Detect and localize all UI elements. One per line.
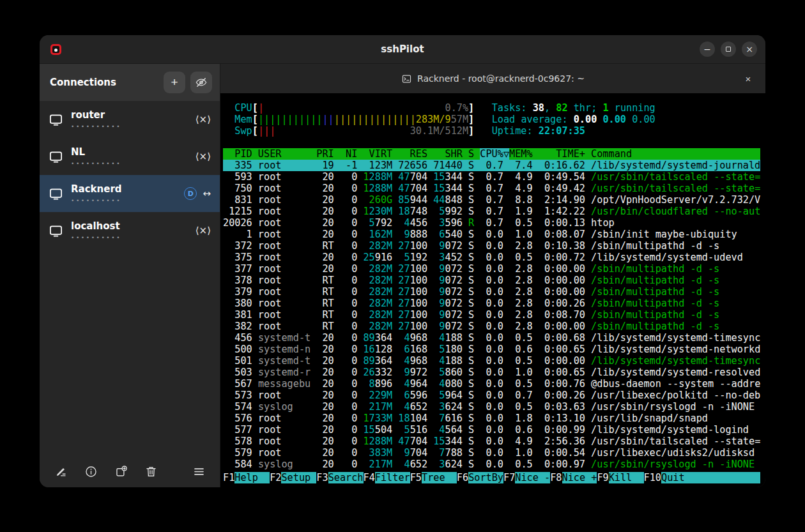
desktop: sshPilot − × Connections + <box>0 0 805 532</box>
delete-connection-button[interactable] <box>141 462 160 481</box>
terminal[interactable]: CPU[| 0.7%] Tasks: 38, 82 thr; 1 running… <box>220 93 765 487</box>
process-row-593[interactable]: 593 root 20 0 1288M 47704 15344 S 0.7 4.… <box>223 171 760 183</box>
process-row-20026[interactable]: 20026 root 20 0 5792 4456 3596 R 0.7 0.5… <box>223 217 760 229</box>
fnkey-label[interactable]: Setup <box>281 472 316 483</box>
connection-item-racknerd[interactable]: Racknerd••••••••••D↔ <box>40 175 220 212</box>
app-window: sshPilot − × Connections + <box>40 35 765 487</box>
eye-slash-icon <box>195 76 208 89</box>
process-row-1[interactable]: 1 root 20 0 162M 9888 6540 S 0.0 1.0 0:0… <box>223 229 760 240</box>
htop-header-row[interactable]: PID USER PRI NI VIRT RES SHR S CPU%▽MEM%… <box>223 148 760 160</box>
toggle-visibility-button[interactable] <box>190 72 212 93</box>
process-row-503[interactable]: 503 systemd-r 20 0 26332 9972 5860 S 0.0… <box>223 367 760 378</box>
fnkey-label[interactable]: Help <box>234 472 270 483</box>
htop-swp-meter: Swp[||| 30.1M/512M] Uptime: 22:07:35 <box>223 125 760 137</box>
connection-item-nl[interactable]: NL••••••••••⟨×⟩ <box>40 138 220 175</box>
connection-name: NL <box>71 147 195 158</box>
process-row-1215[interactable]: 1215 root 20 0 1230M 18748 5992 S 0.7 1.… <box>223 206 760 217</box>
process-row-378[interactable]: 378 root RT 0 282M 27100 9072 S 0.0 2.8 … <box>223 275 760 286</box>
fnkey[interactable]: F7 <box>503 472 515 483</box>
htop-function-bar[interactable]: F1Help F2Setup F3SearchF4FilterF5Tree F6… <box>223 472 760 483</box>
minimize-icon: − <box>703 42 711 56</box>
process-row-380[interactable]: 380 root RT 0 282M 27100 9072 S 0.0 2.8 … <box>223 298 760 309</box>
fnkey-label[interactable]: Quit <box>661 472 685 483</box>
sidebar-toolbar <box>40 455 220 487</box>
connection-name: localhost <box>71 221 195 232</box>
window-controls: − × <box>700 42 757 57</box>
fnkey-label[interactable]: Filter <box>375 472 410 483</box>
process-row-382[interactable]: 382 root RT 0 282M 27100 9072 S 0.0 2.8 … <box>223 321 760 332</box>
tab-title: Racknerd - root@racknerd-0c9627: ~ <box>417 73 585 84</box>
fnkey[interactable]: F4 <box>364 472 375 483</box>
process-row-379[interactable]: 379 root RT 0 282M 27100 9072 S 0.0 2.8 … <box>223 286 760 298</box>
fnkey-label[interactable]: Nice - <box>515 472 550 483</box>
trash-icon <box>144 465 158 478</box>
fnkey-label[interactable]: SortBy <box>468 472 503 483</box>
info-icon <box>84 465 98 478</box>
connection-password-dots: •••••••••• <box>71 123 195 130</box>
process-row-750[interactable]: 750 root 20 0 1288M 47704 15344 S 0.7 4.… <box>223 183 760 194</box>
minimize-button[interactable]: − <box>700 42 715 57</box>
process-row-456[interactable]: 456 systemd-t 20 0 89364 4968 4188 S 0.0… <box>223 332 760 344</box>
fnkey-label[interactable]: Kill <box>609 472 644 483</box>
process-row-576[interactable]: 576 root 20 0 1733M 18104 7616 S 0.0 1.8… <box>223 413 760 424</box>
process-row-335[interactable]: 335 root 19 -1 123M 72656 71440 S 0.7 7.… <box>223 160 760 171</box>
process-row-831[interactable]: 831 root 20 0 260G 85944 44848 S 0.7 8.8… <box>223 194 760 206</box>
connection-password-dots: •••••••••• <box>71 234 195 241</box>
process-row-579[interactable]: 579 root 20 0 383M 9704 7788 S 0.0 1.0 0… <box>223 447 760 459</box>
fnkey-label[interactable]: Search <box>328 472 364 483</box>
htop-cpu-meter: CPU[| 0.7%] Tasks: 38, 82 thr; 1 running <box>223 102 760 114</box>
fnkey[interactable]: F3 <box>316 472 328 483</box>
hamburger-icon <box>192 465 206 478</box>
fnkey[interactable]: F2 <box>270 472 281 483</box>
info-button[interactable] <box>81 462 100 481</box>
blank-line <box>223 137 760 148</box>
terminal-tab[interactable]: Racknerd - root@racknerd-0c9627: ~ × <box>220 64 765 93</box>
fnkey-label[interactable]: Nice + <box>562 472 597 483</box>
fnkey-label[interactable]: Tree <box>422 472 457 483</box>
maximize-button[interactable] <box>721 42 736 57</box>
connection-status: ⟨×⟩ <box>195 151 211 162</box>
app-icon <box>50 44 61 55</box>
fnkey[interactable]: F8 <box>550 472 562 483</box>
connected-icon: ↔ <box>203 188 211 199</box>
edit-connection-button[interactable] <box>51 462 70 481</box>
pencil-icon <box>54 465 68 478</box>
process-row-578[interactable]: 578 root 20 0 1288M 47704 15344 S 0.0 4.… <box>223 436 760 447</box>
process-row-584[interactable]: 584 syslog 20 0 217M 4652 3624 S 0.0 0.5… <box>223 459 760 470</box>
connection-status: ⟨×⟩ <box>195 225 211 236</box>
fnkey[interactable]: F5 <box>410 472 422 483</box>
process-row-377[interactable]: 377 root 20 0 282M 27100 9072 S 0.0 2.8 … <box>223 263 760 275</box>
connection-item-localhost[interactable]: localhost••••••••••⟨×⟩ <box>40 212 220 249</box>
process-row-577[interactable]: 577 root 20 0 15504 5516 4564 S 0.0 0.6 … <box>223 424 760 436</box>
process-row-500[interactable]: 500 systemd-n 20 0 16128 6168 5180 S 0.0… <box>223 344 760 355</box>
process-row-567[interactable]: 567 messagebu 20 0 8896 4964 4080 S 0.0 … <box>223 378 760 390</box>
htop-mem-meter: Mem[|||||||||||||||||||||||||||283M/957M… <box>223 114 760 125</box>
menu-button[interactable] <box>189 462 208 481</box>
sidebar-actions: + <box>164 72 212 93</box>
app-icon-dot <box>54 49 57 52</box>
tab-close-button[interactable]: × <box>741 72 755 86</box>
plus-icon: + <box>171 75 178 89</box>
fnkey[interactable]: F1 <box>223 472 234 483</box>
close-icon: × <box>746 42 753 56</box>
monitor-icon <box>49 186 63 201</box>
connection-item-router[interactable]: router••••••••••⟨×⟩ <box>40 101 220 138</box>
connection-text: localhost•••••••••• <box>71 221 195 241</box>
fnkey[interactable]: F9 <box>597 472 608 483</box>
close-button[interactable]: × <box>742 42 757 57</box>
connection-password-dots: •••••••••• <box>71 197 184 204</box>
duplicate-connection-button[interactable] <box>111 462 130 481</box>
process-row-573[interactable]: 573 root 20 0 229M 6596 5964 S 0.0 0.7 0… <box>223 390 760 401</box>
monitor-icon <box>49 149 63 164</box>
fnkey[interactable]: F10 <box>644 472 661 483</box>
process-row-375[interactable]: 375 root 20 0 25916 5192 3452 S 0.0 0.5 … <box>223 252 760 263</box>
connections-list: router••••••••••⟨×⟩NL••••••••••⟨×⟩Rackne… <box>40 101 220 455</box>
fnkey[interactable]: F6 <box>457 472 468 483</box>
process-row-372[interactable]: 372 root RT 0 282M 27100 9072 S 0.0 2.8 … <box>223 240 760 252</box>
process-row-501[interactable]: 501 systemd-t 20 0 89364 4968 4188 S 0.0… <box>223 355 760 367</box>
connection-text: NL•••••••••• <box>71 147 195 167</box>
connection-password-dots: •••••••••• <box>71 160 195 167</box>
add-connection-button[interactable]: + <box>164 72 185 93</box>
process-row-381[interactable]: 381 root RT 0 282M 27100 9072 S 0.0 2.8 … <box>223 309 760 321</box>
process-row-574[interactable]: 574 syslog 20 0 217M 4652 3624 S 0.0 0.5… <box>223 401 760 413</box>
